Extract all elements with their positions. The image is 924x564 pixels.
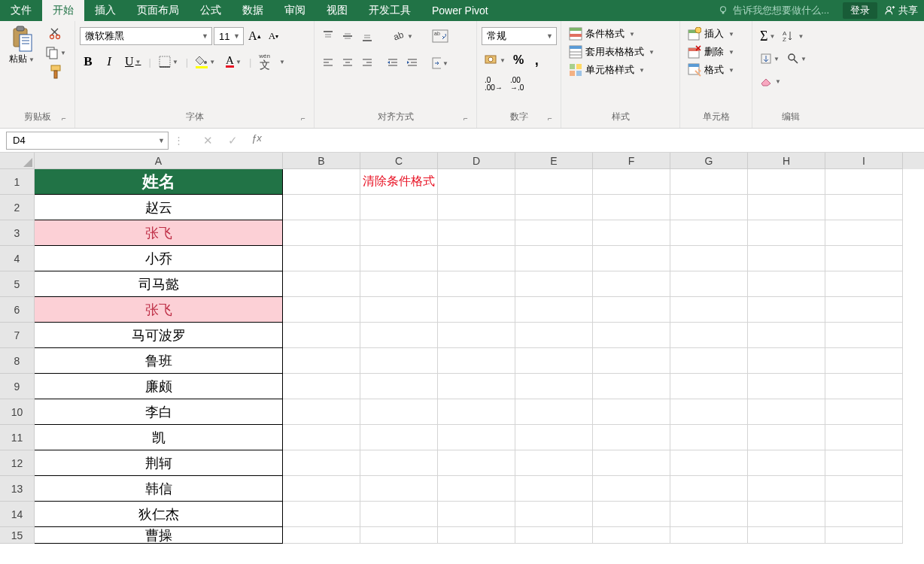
row-header[interactable]: 9	[0, 374, 35, 399]
align-right-button[interactable]	[358, 54, 376, 72]
cell[interactable]	[283, 450, 360, 476]
row-header[interactable]: 13	[0, 476, 35, 502]
tab-插入[interactable]: 插入	[84, 0, 126, 21]
cell[interactable]	[438, 374, 515, 399]
row-header[interactable]: 15	[0, 527, 35, 544]
cell[interactable]	[515, 271, 593, 297]
underline-button[interactable]: U▼	[122, 53, 144, 71]
row-header[interactable]: 3	[0, 220, 35, 246]
row-header[interactable]: 8	[0, 348, 35, 374]
increase-indent-button[interactable]	[403, 54, 421, 72]
cell[interactable]	[670, 195, 748, 220]
cell[interactable]	[825, 374, 903, 399]
cell[interactable]	[438, 195, 515, 220]
cell[interactable]	[360, 450, 438, 476]
cell[interactable]	[748, 297, 825, 323]
tab-开发工具[interactable]: 开发工具	[358, 0, 421, 21]
tab-视图[interactable]: 视图	[316, 0, 358, 21]
cell[interactable]	[438, 450, 515, 476]
cell[interactable]	[748, 527, 825, 544]
comma-button[interactable]: ,	[528, 51, 545, 69]
cell[interactable]	[825, 476, 903, 502]
cell[interactable]: 李白	[35, 399, 283, 425]
cut-button[interactable]	[42, 24, 69, 42]
cell[interactable]	[283, 195, 360, 220]
cell[interactable]	[825, 271, 903, 297]
clear-button[interactable]: ▼	[757, 72, 784, 90]
cell[interactable]: 狄仁杰	[35, 502, 283, 527]
orientation-button[interactable]: ab▼	[384, 27, 421, 45]
cell[interactable]: 荆轲	[35, 450, 283, 476]
cell[interactable]: 韩信	[35, 476, 283, 502]
cell[interactable]	[670, 220, 748, 246]
cell[interactable]	[670, 297, 748, 323]
cell[interactable]	[748, 348, 825, 374]
cell[interactable]	[360, 502, 438, 527]
font-name-select[interactable]: 微软雅黑 ▼	[80, 27, 212, 45]
cell[interactable]	[593, 220, 670, 246]
cell[interactable]	[825, 527, 903, 544]
cell[interactable]	[825, 425, 903, 450]
cell[interactable]	[825, 169, 903, 195]
italic-button[interactable]: I	[101, 53, 117, 71]
align-left-button[interactable]	[319, 54, 337, 72]
login-button[interactable]: 登录	[843, 2, 877, 19]
cell[interactable]	[438, 399, 515, 425]
merge-center-button[interactable]: ▼	[429, 54, 451, 72]
dialog-launcher-icon[interactable]: ⌐	[546, 114, 555, 123]
font-color-button[interactable]: A▼	[223, 53, 245, 71]
cell[interactable]	[283, 399, 360, 425]
cell[interactable]	[670, 502, 748, 527]
sort-filter-button[interactable]: AZ▼	[780, 27, 807, 45]
cell[interactable]	[593, 476, 670, 502]
cell[interactable]	[438, 425, 515, 450]
cell[interactable]	[438, 502, 515, 527]
cell[interactable]: 张飞	[35, 220, 283, 246]
cell[interactable]	[825, 399, 903, 425]
cell[interactable]	[283, 220, 360, 246]
copy-button[interactable]: ▼	[42, 44, 69, 62]
decrease-indent-button[interactable]	[384, 54, 402, 72]
align-center-button[interactable]	[339, 54, 357, 72]
row-header[interactable]: 6	[0, 297, 35, 323]
tab-开始[interactable]: 开始	[42, 0, 84, 21]
cell[interactable]	[825, 195, 903, 220]
format-painter-button[interactable]	[42, 63, 69, 81]
format-cells-button[interactable]: 格式▼	[685, 62, 737, 78]
select-all-corner[interactable]	[0, 153, 35, 169]
cell[interactable]	[438, 246, 515, 271]
cell[interactable]	[593, 297, 670, 323]
cell[interactable]	[515, 195, 593, 220]
cell[interactable]	[360, 271, 438, 297]
cell[interactable]	[748, 425, 825, 450]
cell[interactable]	[515, 348, 593, 374]
formula-input[interactable]	[278, 132, 924, 150]
cell[interactable]	[593, 323, 670, 348]
cell[interactable]	[515, 323, 593, 348]
cell[interactable]	[593, 374, 670, 399]
cell[interactable]	[670, 450, 748, 476]
column-header-C[interactable]: C	[360, 153, 438, 169]
cell[interactable]	[360, 297, 438, 323]
cell[interactable]: 廉颇	[35, 374, 283, 399]
cell[interactable]: 清除条件格式	[360, 169, 438, 195]
cell[interactable]	[438, 476, 515, 502]
column-header-D[interactable]: D	[438, 153, 515, 169]
insert-cells-button[interactable]: 插入▼	[685, 26, 737, 42]
cell[interactable]	[748, 220, 825, 246]
row-header[interactable]: 1	[0, 169, 35, 195]
cell[interactable]	[748, 399, 825, 425]
cell[interactable]	[670, 527, 748, 544]
tab-页面布局[interactable]: 页面布局	[126, 0, 190, 21]
cell[interactable]	[360, 374, 438, 399]
delete-cells-button[interactable]: 删除▼	[685, 44, 737, 60]
number-format-select[interactable]: 常规 ▼	[482, 27, 557, 45]
cell[interactable]	[748, 476, 825, 502]
cell[interactable]	[438, 323, 515, 348]
cell[interactable]	[748, 374, 825, 399]
cell[interactable]	[438, 297, 515, 323]
cell[interactable]	[283, 323, 360, 348]
row-header[interactable]: 2	[0, 195, 35, 220]
cell[interactable]: 小乔	[35, 246, 283, 271]
cell[interactable]	[515, 527, 593, 544]
